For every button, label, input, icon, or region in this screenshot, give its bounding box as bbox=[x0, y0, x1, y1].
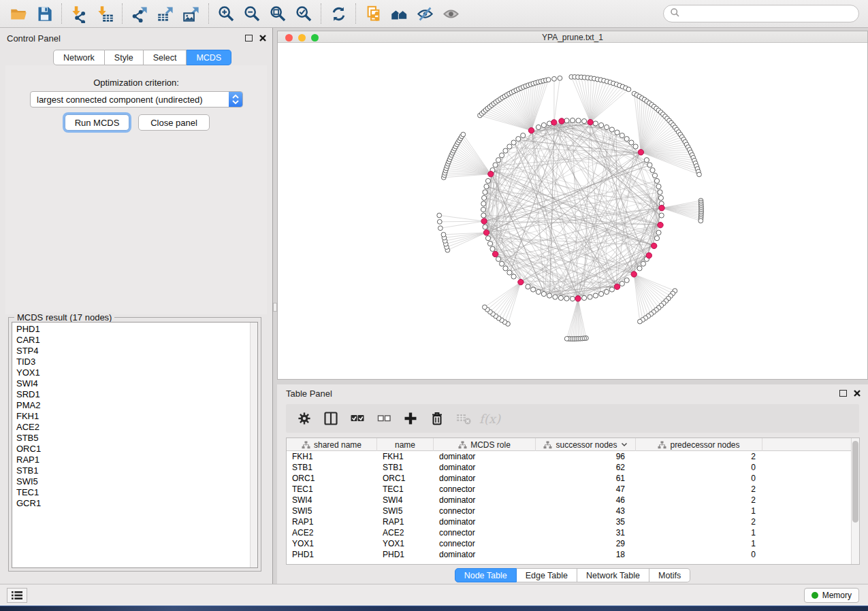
mcds-result-item[interactable]: STP4 bbox=[12, 346, 257, 357]
result-list-scrollbar[interactable] bbox=[250, 323, 257, 567]
float-table-panel-icon[interactable] bbox=[839, 390, 847, 397]
network-window-titlebar[interactable]: YPA_prune.txt_1 bbox=[278, 31, 867, 43]
delete-column-icon[interactable] bbox=[425, 407, 448, 430]
table-cell: YOX1 bbox=[287, 538, 377, 549]
mcds-result-item[interactable]: PMA2 bbox=[12, 400, 257, 411]
column-header-shared-name[interactable]: shared name bbox=[287, 438, 377, 451]
table-panel: Table Panel f(x) shared namenameMCDS rol… bbox=[277, 384, 868, 584]
select-all-rows-icon[interactable] bbox=[346, 407, 368, 430]
table-scrollbar[interactable] bbox=[851, 438, 859, 564]
tab-network-table[interactable]: Network Table bbox=[577, 568, 649, 582]
table-row[interactable]: FKH1FKH1dominator962 bbox=[287, 451, 851, 462]
table-cell: connector bbox=[434, 538, 536, 549]
table-row[interactable]: STB1STB1dominator620 bbox=[287, 462, 851, 473]
tab-mcds[interactable]: MCDS bbox=[187, 50, 231, 65]
mcds-result-item[interactable]: CAR1 bbox=[12, 335, 257, 346]
table-tabs: Node TableEdge TableNetwork TableMotifs bbox=[277, 568, 868, 582]
export-image-icon[interactable] bbox=[178, 2, 204, 25]
application-window: Control Panel NetworkStyleSelectMCDS Opt… bbox=[0, 0, 868, 606]
tab-style[interactable]: Style bbox=[105, 50, 144, 65]
first-neighbors-icon[interactable] bbox=[386, 2, 412, 25]
mcds-result-item[interactable]: TEC1 bbox=[12, 487, 257, 498]
mcds-result-item[interactable]: FKH1 bbox=[12, 411, 257, 422]
table-row[interactable]: YOX1YOX1connector291 bbox=[287, 538, 851, 549]
tab-node-table[interactable]: Node Table bbox=[455, 568, 517, 582]
table-row[interactable]: SWI4SWI4dominator462 bbox=[287, 495, 851, 506]
mcds-result-item[interactable]: YOX1 bbox=[12, 367, 257, 378]
table-row[interactable]: SWI5SWI5connector431 bbox=[287, 506, 851, 516]
search-box[interactable] bbox=[663, 5, 859, 22]
mcds-result-item[interactable]: ORC1 bbox=[12, 444, 257, 455]
search-input[interactable] bbox=[684, 9, 858, 19]
mcds-result-box: MCDS result (17 nodes) PHD1CAR1STP4TID3Y… bbox=[8, 317, 261, 572]
table-row[interactable]: ORC1ORC1dominator610 bbox=[287, 473, 851, 484]
hierarchy-icon bbox=[658, 441, 666, 449]
control-panel-title: Control Panel bbox=[7, 33, 61, 44]
column-header-MCDS-role[interactable]: MCDS role bbox=[434, 438, 536, 451]
add-column-icon[interactable] bbox=[399, 407, 421, 430]
table-cell: 0 bbox=[636, 462, 762, 473]
tab-motifs[interactable]: Motifs bbox=[649, 568, 690, 582]
tab-network[interactable]: Network bbox=[53, 50, 105, 65]
save-session-icon[interactable] bbox=[31, 2, 57, 25]
mcds-result-list[interactable]: PHD1CAR1STP4TID3YOX1SWI4SRD1PMA2FKH1ACE2… bbox=[12, 322, 258, 568]
mcds-result-item[interactable]: STB5 bbox=[12, 433, 257, 444]
fx-label: f(x) bbox=[479, 412, 500, 426]
import-network-icon[interactable] bbox=[66, 2, 92, 25]
table-cell: 31 bbox=[536, 527, 636, 538]
open-file-icon[interactable] bbox=[5, 2, 31, 25]
table-cell: SWI4 bbox=[377, 495, 434, 506]
close-table-panel-icon[interactable] bbox=[853, 389, 861, 397]
mcds-result-item[interactable]: GCR1 bbox=[12, 498, 257, 509]
column-header-name[interactable]: name bbox=[377, 438, 434, 451]
table-cell: FKH1 bbox=[377, 451, 434, 462]
zoom-out-icon[interactable] bbox=[239, 2, 265, 25]
column-header-successor-nodes[interactable]: successor nodes bbox=[536, 438, 636, 451]
zoom-in-icon[interactable] bbox=[213, 2, 239, 25]
refresh-icon[interactable] bbox=[325, 2, 351, 25]
mcds-result-item[interactable]: SRD1 bbox=[12, 389, 257, 400]
table-cell: TEC1 bbox=[287, 484, 377, 495]
mcds-result-item[interactable]: PHD1 bbox=[12, 324, 257, 335]
table-cell: 47 bbox=[536, 484, 636, 495]
clone-network-icon[interactable] bbox=[360, 2, 386, 25]
show-all-icon[interactable] bbox=[438, 2, 464, 25]
optimization-dropdown[interactable]: largest connected component (undirected) bbox=[30, 91, 243, 108]
export-network-icon[interactable] bbox=[127, 2, 152, 25]
table-row[interactable]: PHD1PHD1dominator180 bbox=[287, 549, 851, 560]
table-settings-icon[interactable] bbox=[293, 407, 315, 430]
mcds-result-item[interactable]: TID3 bbox=[12, 357, 257, 367]
show-columns-icon[interactable] bbox=[319, 407, 342, 430]
zoom-fit-icon[interactable] bbox=[265, 2, 291, 25]
import-table-icon[interactable] bbox=[92, 2, 118, 25]
table-scrollbar-thumb[interactable] bbox=[852, 441, 858, 523]
table-cell: dominator bbox=[434, 473, 536, 484]
export-table-icon[interactable] bbox=[152, 2, 178, 25]
run-mcds-button[interactable]: Run MCDS bbox=[65, 114, 129, 131]
table-cell: dominator bbox=[434, 451, 536, 462]
close-panel-icon[interactable] bbox=[259, 34, 267, 42]
table-cell: 2 bbox=[636, 516, 762, 527]
mcds-result-item[interactable]: ACE2 bbox=[12, 422, 257, 433]
hide-selected-icon[interactable] bbox=[412, 2, 438, 25]
mcds-result-item[interactable]: SWI5 bbox=[12, 476, 257, 487]
tab-select[interactable]: Select bbox=[144, 50, 187, 65]
table-row[interactable]: RAP1RAP1dominator352 bbox=[287, 516, 851, 527]
task-history-button[interactable] bbox=[7, 588, 27, 603]
network-graph-canvas[interactable] bbox=[278, 43, 867, 379]
table-cell: 1 bbox=[636, 538, 762, 549]
column-header-predecessor-nodes[interactable]: predecessor nodes bbox=[636, 438, 762, 451]
table-body: FKH1FKH1dominator962STB1STB1dominator620… bbox=[287, 451, 851, 564]
deselect-all-rows-icon[interactable] bbox=[372, 407, 395, 430]
table-cell: dominator bbox=[434, 462, 536, 473]
close-panel-button[interactable]: Close panel bbox=[138, 114, 210, 131]
memory-button[interactable]: Memory bbox=[804, 588, 859, 603]
mcds-result-item[interactable]: RAP1 bbox=[12, 455, 257, 465]
table-row[interactable]: TEC1TEC1connector472 bbox=[287, 484, 851, 495]
table-row[interactable]: ACE2ACE2connector311 bbox=[287, 527, 851, 538]
mcds-result-item[interactable]: SWI4 bbox=[12, 378, 257, 389]
zoom-selected-icon[interactable] bbox=[291, 2, 317, 25]
tab-edge-table[interactable]: Edge Table bbox=[517, 568, 577, 582]
mcds-result-item[interactable]: STB1 bbox=[12, 465, 257, 476]
float-panel-icon[interactable] bbox=[245, 35, 253, 42]
